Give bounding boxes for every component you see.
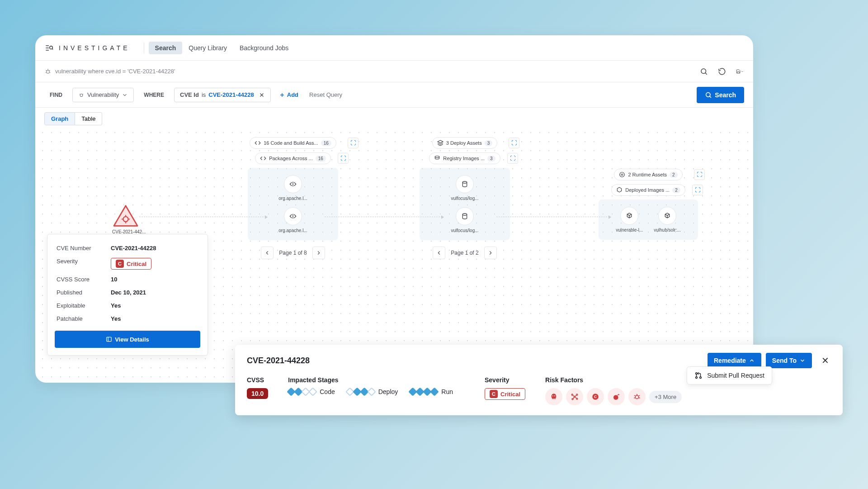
svg-line-57 <box>634 398 635 398</box>
stage-pill[interactable]: Packages Across ... 16 ⛶ <box>255 152 331 164</box>
search-button[interactable]: Search <box>697 87 744 103</box>
popover-label: Exploitable <box>57 302 111 309</box>
asset-node[interactable]: vulfocus/log... <box>451 175 478 201</box>
where-label: WHERE <box>138 88 170 102</box>
popover-label: Patchable <box>57 315 111 322</box>
svg-line-9 <box>46 72 47 73</box>
detail-panel: CVE-2021-44228 Remediate Send To ✕ Submi… <box>235 345 843 415</box>
tab-graph[interactable]: Graph <box>44 112 75 125</box>
clause-field: CVE Id <box>180 91 199 98</box>
pager-next-button[interactable] <box>312 247 325 259</box>
expand-icon[interactable]: ⛶ <box>348 138 359 148</box>
popover-value: Yes <box>111 315 121 322</box>
risk-factors-group: Risk Factors C +3 More <box>545 376 682 405</box>
risk-critical-icon[interactable]: C <box>587 388 604 405</box>
alert-triangle-icon <box>112 204 139 228</box>
asset-node[interactable]: vulhub/solr:... <box>654 207 680 233</box>
tab-background-jobs[interactable]: Background Jobs <box>233 42 295 54</box>
search-icon[interactable] <box>700 67 708 76</box>
entity-chip[interactable]: Vulnerability <box>72 88 134 102</box>
stage-run: Run <box>410 388 453 395</box>
pager-next-button[interactable] <box>484 247 497 259</box>
bug-icon <box>78 92 85 98</box>
svg-point-37 <box>696 373 698 375</box>
svg-point-13 <box>80 94 83 96</box>
top-bar: INVESTIGATE Search Query Library Backgro… <box>35 35 753 61</box>
stage-pill[interactable]: 3 Deploy Assets 3 ⛶ <box>432 137 497 149</box>
cube-icon <box>620 207 638 225</box>
undo-icon[interactable] <box>718 67 726 76</box>
severity-badge: CCritical <box>485 388 525 400</box>
tab-table[interactable]: Table <box>75 112 102 125</box>
submit-pull-request-button[interactable]: Submit Pull Request <box>687 366 772 385</box>
stage-deploy-column: 3 Deploy Assets 3 ⛶ Registry Images ... … <box>406 137 524 259</box>
stage-box: vulfocus/log... vulfocus/log... <box>420 168 510 240</box>
image-icon <box>434 155 440 161</box>
pager-prev-button[interactable] <box>433 247 445 259</box>
svg-line-12 <box>705 73 707 75</box>
tab-query-library[interactable]: Query Library <box>182 42 233 54</box>
pager-prev-button[interactable] <box>261 247 274 259</box>
svg-point-5 <box>47 70 50 73</box>
database-icon <box>456 175 474 193</box>
graph-canvas[interactable]: CVE-2021-442... CVE NumberCVE-2021-44228… <box>35 125 753 379</box>
svg-line-8 <box>49 70 50 71</box>
query-text[interactable]: vulnerability where cve.id = 'CVE-2021-4… <box>55 68 175 75</box>
expand-icon[interactable]: ⛶ <box>694 169 705 180</box>
asset-node[interactable]: org.apache.l... <box>278 207 307 233</box>
svg-line-48 <box>573 397 574 399</box>
code-icon <box>255 140 261 146</box>
asset-node[interactable]: org.apache.l... <box>278 175 307 201</box>
vulnerability-popover: CVE NumberCVE-2021-44228 Severity CCriti… <box>47 234 208 356</box>
svg-point-53 <box>635 395 639 399</box>
expand-icon[interactable]: ⛶ <box>338 153 349 164</box>
svg-text:C: C <box>594 395 597 399</box>
asset-node[interactable]: vulfocus/log... <box>451 207 478 233</box>
add-clause-button[interactable]: Add <box>279 91 298 98</box>
more-risk-factors[interactable]: +3 More <box>649 391 682 403</box>
svg-point-39 <box>700 377 702 379</box>
svg-line-4 <box>52 48 53 49</box>
svg-line-10 <box>49 72 50 73</box>
risk-bomb-icon[interactable] <box>608 388 625 405</box>
clause-chip[interactable]: CVE Id is CVE-2021-44228 <box>174 88 271 102</box>
stage-pill[interactable]: 2 Runtime Assets 2 ⛶ <box>614 169 682 180</box>
svg-point-20 <box>706 92 710 96</box>
send-to-button[interactable]: Send To <box>766 353 812 368</box>
remediate-button[interactable]: Remediate <box>708 353 761 368</box>
asset-node[interactable]: vulnerable-l... <box>616 207 643 233</box>
code-icon <box>284 207 302 225</box>
tab-search[interactable]: Search <box>149 42 183 54</box>
risk-skull-icon[interactable] <box>545 388 562 405</box>
cvss-group: CVSS 10.0 <box>247 376 268 399</box>
detail-title: CVE-2021-44228 <box>247 356 310 366</box>
svg-line-58 <box>639 398 640 398</box>
stage-pill[interactable]: Registry Images ... 3 ⛶ <box>429 152 500 164</box>
database-icon <box>456 207 474 225</box>
expand-icon[interactable]: ⛶ <box>509 138 519 148</box>
svg-line-15 <box>82 94 83 94</box>
stage-pill[interactable]: Deployed Images ... 2 ⛶ <box>611 184 685 196</box>
stage-box: org.apache.l... org.apache.l... <box>248 168 338 240</box>
clause-op: is <box>202 91 206 98</box>
popover-label: CVE Number <box>57 245 111 252</box>
stage-box: vulnerable-l... vulhub/solr:... <box>599 199 698 240</box>
entity-label: Vulnerability <box>87 91 119 98</box>
stage-run-column: 2 Runtime Assets 2 ⛶ Deployed Images ...… <box>594 169 703 240</box>
view-details-button[interactable]: View Details <box>55 331 200 348</box>
risk-bug-icon[interactable] <box>628 388 646 405</box>
stage-pill[interactable]: 16 Code and Build Ass... 16 ⛶ <box>250 137 336 149</box>
expand-icon[interactable]: ⛶ <box>692 185 703 195</box>
reset-query-button[interactable]: Reset Query <box>309 91 342 98</box>
popover-label: Published <box>57 289 111 296</box>
close-icon[interactable] <box>259 92 265 98</box>
risk-network-icon[interactable] <box>566 388 583 405</box>
view-tabs: Graph Table <box>35 108 753 125</box>
save-icon[interactable] <box>736 67 744 76</box>
clause-value: CVE-2021-44228 <box>208 91 254 98</box>
cvss-score: 10.0 <box>247 388 268 399</box>
vulnerability-node[interactable]: CVE-2021-442... <box>112 204 146 234</box>
bug-icon <box>44 68 52 75</box>
close-icon[interactable]: ✕ <box>819 355 831 366</box>
expand-icon[interactable]: ⛶ <box>507 153 518 164</box>
